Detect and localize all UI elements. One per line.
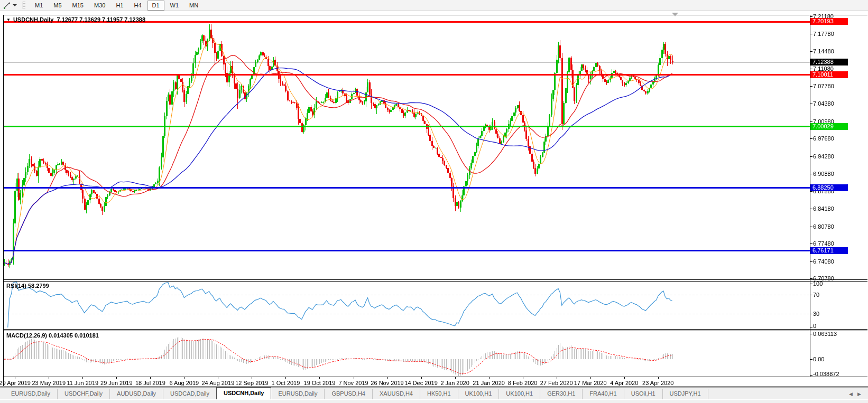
rsi-tick-label: 70 xyxy=(813,292,819,298)
timeframe-button-mn[interactable]: MN xyxy=(184,1,203,11)
chart-tab-bar: EURUSD,DailyUSDCHF,DailyAUDUSD,DailyUSDC… xyxy=(0,387,868,399)
timeframe-button-h1[interactable]: H1 xyxy=(111,1,128,11)
ohlc-readout: 7.12677 7.13629 7.11957 7.12388 xyxy=(57,16,145,23)
date-tick-label: 11 Jun 2019 xyxy=(67,380,98,386)
chart-tab-usdcad-daily[interactable]: USDCAD,Daily xyxy=(163,389,216,399)
date-tick-label: 24 Aug 2019 xyxy=(201,380,234,386)
date-tick-label: 23 Apr 2020 xyxy=(642,380,673,386)
date-tick-label: 29 Apr 2019 xyxy=(0,380,31,386)
date-tick-label: 26 Nov 2019 xyxy=(371,380,403,386)
date-tick-label: 21 Jan 2020 xyxy=(473,380,505,386)
date-tick-label: 17 Mar 2020 xyxy=(574,380,607,386)
chart-tab-usdcnh-daily[interactable]: USDCNH,Daily xyxy=(216,387,271,399)
date-tick-label: 18 Jul 2019 xyxy=(135,380,165,386)
price-level-badge: 6.76171 xyxy=(810,247,848,254)
price-tick-label: 6.77480 xyxy=(813,240,834,247)
price-tick-label: 7.04380 xyxy=(813,100,834,107)
price-tick-label: 6.97680 xyxy=(813,135,834,142)
date-tick-label: 2 Jan 2020 xyxy=(440,380,469,386)
timeframe-button-d1[interactable]: D1 xyxy=(147,1,164,11)
chart-tab-eurusd-daily[interactable]: EURUSD,Daily xyxy=(271,389,324,399)
timeframe-button-m15[interactable]: M15 xyxy=(68,1,88,11)
price-tick-label: 7.07780 xyxy=(813,83,834,89)
chart-tab-uk100-h1[interactable]: UK100,H1 xyxy=(458,389,499,399)
chart-tab-ger30-h1[interactable]: GER30,H1 xyxy=(540,389,582,399)
symbol-period-label: USDCNH,Daily xyxy=(13,16,53,23)
rsi-indicator-label: RSI(14) 58.2799 xyxy=(6,283,49,289)
date-tick-label: 1 Oct 2019 xyxy=(272,380,300,386)
current-price-badge: 7.12388 xyxy=(810,59,848,65)
price-tick-label: 6.94280 xyxy=(813,153,834,160)
timeframe-button-m5[interactable]: M5 xyxy=(49,1,66,11)
price-tick-label: 7.14480 xyxy=(813,48,834,54)
price-tick-label: 6.84180 xyxy=(813,205,834,212)
price-level-badge: 7.00029 xyxy=(810,123,848,130)
timeframe-button-m30[interactable]: M30 xyxy=(89,1,110,11)
tab-scroll-right-icon[interactable]: ▶ xyxy=(857,391,861,397)
timeframe-button-w1[interactable]: W1 xyxy=(165,1,184,11)
rsi-tick-label: 100 xyxy=(813,280,823,287)
status-strip xyxy=(0,400,868,403)
macd-tick-label: -0.038872 xyxy=(813,371,839,377)
tab-bar-end-divider xyxy=(708,389,709,399)
price-level-badge: 7.20193 xyxy=(810,18,848,25)
price-tick-label: 6.74080 xyxy=(813,258,834,265)
macd-indicator-label: MACD(12,26,9) 0.014305 0.010181 xyxy=(6,332,99,339)
rsi-name: RSI(14) xyxy=(6,283,26,289)
date-tick-label: 29 Jun 2019 xyxy=(100,380,133,386)
trendline-tool-icon[interactable] xyxy=(2,1,12,10)
price-level-badge: 7.10011 xyxy=(810,71,848,78)
price-level-badge: 6.88250 xyxy=(810,184,848,191)
chart-tab-eurusd-daily[interactable]: EURUSD,Daily xyxy=(4,389,57,399)
timeframe-button-m1[interactable]: M1 xyxy=(30,1,48,11)
chart-canvas[interactable] xyxy=(0,0,868,403)
toolbar-drag-handle[interactable] xyxy=(22,2,25,9)
chart-tab-fra40-h1[interactable]: FRA40,H1 xyxy=(582,389,623,399)
price-tick-label: 6.80780 xyxy=(813,223,834,230)
rsi-tick-label: 30 xyxy=(813,311,819,317)
chevron-down-icon[interactable] xyxy=(13,4,17,6)
chart-tab-audusd-daily[interactable]: AUDUSD,Daily xyxy=(109,389,163,399)
date-tick-label: 4 Apr 2020 xyxy=(610,380,638,386)
top-toolbar: M1M5M15M30H1H4D1W1MN xyxy=(0,0,868,11)
price-tick-label: 6.90880 xyxy=(813,171,834,177)
macd-tick-label: 0.00 xyxy=(813,356,824,362)
macd-name: MACD(12,26,9) xyxy=(6,332,47,339)
rsi-tick-label: 0 xyxy=(813,323,816,329)
collapse-chart-icon[interactable]: ▼ xyxy=(6,17,11,22)
date-tick-label: 23 May 2019 xyxy=(32,380,66,386)
date-tick-label: 12 Sep 2019 xyxy=(235,380,268,386)
chart-tab-gbpusd-h4[interactable]: GBPUSD,H4 xyxy=(324,389,372,399)
date-tick-label: 14 Dec 2019 xyxy=(404,380,437,386)
chart-tab-xauusd-h4[interactable]: XAUUSD,H4 xyxy=(372,389,420,399)
chart-title: ▼USDCNH,Daily 7.12677 7.13629 7.11957 7.… xyxy=(6,16,145,23)
chart-tab-usdjpy-h1[interactable]: USDJPY,H1 xyxy=(662,389,708,399)
date-tick-label: 7 Nov 2019 xyxy=(338,380,368,386)
tab-scroll-left-icon[interactable]: ◀ xyxy=(849,391,853,397)
date-tick-label: 8 Feb 2020 xyxy=(508,380,538,386)
date-tick-label: 6 Aug 2019 xyxy=(170,380,199,386)
date-tick-label: 19 Oct 2019 xyxy=(304,380,336,386)
chart-tab-uk100-h1[interactable]: UK100,H1 xyxy=(498,389,540,399)
date-tick-label: 27 Feb 2020 xyxy=(540,380,573,386)
chart-tab-hk50-h1[interactable]: HK50,H1 xyxy=(420,389,458,399)
chart-shift-marker-icon xyxy=(672,13,678,16)
timeframe-button-h4[interactable]: H4 xyxy=(129,1,146,11)
price-tick-label: 7.17780 xyxy=(813,31,834,37)
rsi-value: 58.2799 xyxy=(28,283,49,289)
macd-tick-label: 0.063113 xyxy=(813,331,837,337)
chart-tab-usdchf-daily[interactable]: USDCHF,Daily xyxy=(57,389,109,399)
chart-tab-usoil-h1[interactable]: USOil,H1 xyxy=(624,389,662,399)
macd-values: 0.014305 0.010181 xyxy=(49,332,99,339)
timeframe-toolbar: M1M5M15M30H1H4D1W1MN xyxy=(30,1,204,11)
